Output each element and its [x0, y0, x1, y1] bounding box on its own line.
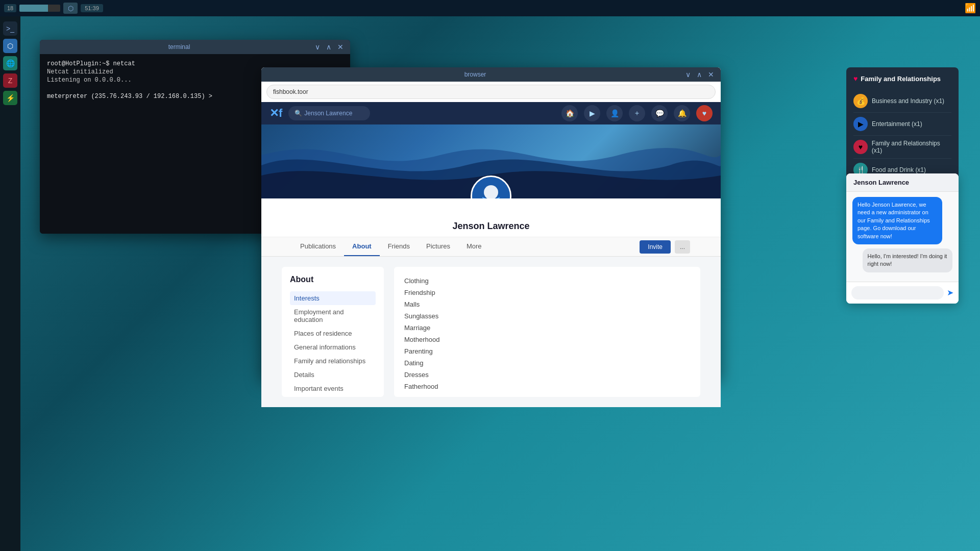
about-interests-content: Clothing Friendship Malls Sunglasses Mar… [394, 267, 700, 397]
side-icon-electric[interactable]: ⚡ [3, 91, 17, 105]
browser-title: browser [266, 71, 684, 78]
about-menu-family[interactable]: Family and relationships [290, 354, 376, 368]
side-panel: >_ ⬡ 🌐 Z ⚡ [0, 16, 20, 551]
chat-panel: Jenson Lawrence Hello Jenson Lawrence, w… [846, 173, 959, 304]
about-sidebar: About Interests Employment and education… [282, 267, 384, 397]
social-home-icon[interactable]: 🏠 [561, 105, 578, 121]
entertainment-icon: ▶ [853, 117, 868, 131]
category-food-label: Food and Drink (x1) [872, 166, 926, 173]
tab-publications[interactable]: Publications [292, 237, 344, 256]
interest-marriage: Marriage [404, 322, 690, 334]
about-menu-events[interactable]: Important events [290, 382, 376, 395]
social-nav-icons: 🏠 ▶ 👤 ＋ 💬 🔔 ♥ [561, 105, 713, 121]
side-icon-browser[interactable]: 🌐 [3, 56, 17, 70]
more-button[interactable]: ... [675, 240, 690, 254]
interest-clothing: Clothing [404, 275, 690, 287]
social-bell-icon[interactable]: 🔔 [674, 105, 690, 121]
tab-about[interactable]: About [344, 237, 380, 256]
invite-button[interactable]: Invite [640, 240, 671, 254]
taskbar-progress-fill [19, 5, 48, 12]
avatar-image [472, 177, 510, 198]
side-icon-terminal[interactable]: >_ [3, 21, 17, 36]
browser-minimize-btn[interactable]: ∨ [684, 70, 692, 79]
side-icon-app[interactable]: ⬡ [3, 39, 17, 53]
browser-window: browser ∨ ∧ ✕ fishbook.toor ✕f 🔍 Jenson … [261, 67, 721, 379]
interest-parenting: Parenting [404, 345, 690, 357]
chat-message-received: Hello Jenson Lawrence, we need a new adm… [852, 197, 942, 244]
side-icon-zap[interactable]: Z [3, 73, 17, 88]
chat-send-button[interactable]: ➤ [947, 288, 953, 297]
interest-sunglasses: Sunglasses [404, 310, 690, 322]
social-chat-icon[interactable]: 💬 [651, 105, 668, 121]
terminal-titlebar: terminal ∨ ∧ ✕ [40, 40, 350, 54]
about-section-title: About [290, 275, 376, 284]
chat-input-field[interactable] [851, 286, 944, 299]
about-menu-employment[interactable]: Employment and education [290, 305, 376, 327]
chat-body: Hello Jenson Lawrence, we need a new adm… [846, 192, 959, 282]
terminal-restore-btn[interactable]: ∧ [325, 43, 333, 51]
about-menu-places[interactable]: Places of residence [290, 327, 376, 340]
chat-input-area: ➤ [846, 282, 959, 304]
taskbar-time: 51:39 [81, 4, 103, 12]
profile-avatar [471, 176, 511, 198]
taskbar-app-icon[interactable]: ⬡ [63, 3, 78, 14]
profile-tab-actions: Invite ... [640, 240, 690, 254]
social-heart-icon[interactable]: ♥ [696, 105, 713, 121]
interest-motherhood: Motherhood [404, 334, 690, 345]
terminal-close-btn[interactable]: ✕ [336, 43, 345, 51]
social-user-icon[interactable]: 👤 [606, 105, 623, 121]
social-logo: ✕f [270, 107, 282, 120]
tab-pictures[interactable]: Pictures [418, 237, 458, 256]
browser-close-btn[interactable]: ✕ [706, 70, 716, 79]
browser-controls: ∨ ∧ ✕ [684, 70, 716, 79]
browser-restore-btn[interactable]: ∧ [695, 70, 703, 79]
browser-url-text: fishbook.toor [273, 88, 709, 95]
profile-tabs: Publications About Friends Pictures More… [261, 237, 721, 257]
categories-panel-title: ♥ Family and Relationships [853, 74, 951, 83]
taskbar: 18 ⬡ 51:39 📶 [0, 0, 980, 16]
interest-fatherhood: Fatherhood [404, 381, 690, 392]
search-icon: 🔍 [295, 110, 302, 117]
chat-message-sent: Hello, I'm interested! I'm doing it righ… [863, 248, 952, 272]
terminal-minimize-btn[interactable]: ∨ [313, 43, 322, 51]
business-icon: 💰 [853, 94, 868, 108]
interest-dresses: Dresses [404, 369, 690, 381]
terminal-controls: ∨ ∧ ✕ [313, 43, 345, 51]
category-family-label: Family and Relationships (x1) [872, 140, 951, 154]
tab-friends[interactable]: Friends [380, 237, 418, 256]
taskbar-number: 18 [4, 4, 16, 12]
category-business-label: Business and Industry (x1) [872, 97, 944, 105]
category-family[interactable]: ♥ Family and Relationships (x1) [853, 136, 951, 159]
family-icon: ♥ [853, 140, 868, 154]
search-placeholder: Jenson Lawrence [304, 110, 352, 117]
browser-urlbar[interactable]: fishbook.toor [266, 85, 716, 99]
interest-dating: Dating [404, 357, 690, 369]
category-entertainment-label: Entertainment (x1) [872, 120, 922, 128]
tab-more[interactable]: More [458, 237, 490, 256]
taskbar-progress-bar [19, 5, 60, 12]
taskbar-right: 📶 [965, 3, 976, 14]
social-navbar: ✕f 🔍 Jenson Lawrence 🏠 ▶ 👤 ＋ 💬 🔔 ♥ [261, 102, 721, 124]
about-menu-details[interactable]: Details [290, 368, 376, 382]
terminal-line-1: root@HotPlugin:~$ netcat [47, 60, 343, 67]
category-entertainment[interactable]: ▶ Entertainment (x1) [853, 113, 951, 136]
profile-name-section: Jenson Lawrence [261, 198, 721, 237]
social-search-bar[interactable]: 🔍 Jenson Lawrence [288, 106, 370, 120]
wifi-icon: 📶 [965, 3, 976, 14]
about-menu-general[interactable]: General informations [290, 340, 376, 354]
social-plus-icon[interactable]: ＋ [629, 105, 645, 121]
about-menu-interests[interactable]: Interests [290, 291, 376, 305]
categories-panel-title-text: Family and Relationships [861, 75, 941, 83]
profile-name: Jenson Lawrence [261, 221, 721, 232]
terminal-title: terminal [45, 43, 313, 51]
about-container: About Interests Employment and education… [261, 257, 721, 407]
category-business[interactable]: 💰 Business and Industry (x1) [853, 90, 951, 113]
profile-cover [261, 124, 721, 198]
profile-avatar-container [471, 176, 511, 198]
social-video-icon[interactable]: ▶ [584, 105, 600, 121]
taskbar-left: 18 ⬡ 51:39 [4, 3, 103, 14]
interest-malls: Malls [404, 298, 690, 310]
chat-header: Jenson Lawrence [846, 173, 959, 192]
interest-friendship: Friendship [404, 287, 690, 298]
browser-titlebar: browser ∨ ∧ ✕ [261, 67, 721, 82]
